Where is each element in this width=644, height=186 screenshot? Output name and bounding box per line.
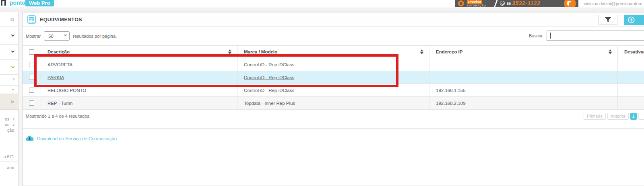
cell-marca-link[interactable]: Control iD - Rep iDClass	[237, 71, 429, 84]
app-logo-mark-icon	[1, 0, 7, 6]
cell-descricao-link[interactable]: PARKIA	[41, 71, 237, 84]
cell-ip	[429, 58, 617, 71]
row-checkbox[interactable]	[29, 100, 34, 106]
pagination-prev-button[interactable]: Anterior	[607, 113, 629, 120]
chevron-right-icon	[12, 78, 14, 80]
sidebar: le os os ção a 671 ário	[0, 12, 19, 186]
column-header-marca[interactable]: Marca / Modelo	[237, 46, 429, 58]
header-substrip	[0, 8, 644, 12]
text-cursor	[550, 33, 551, 39]
panel-titlebar: EQUIPAMENTOS	[23, 12, 644, 27]
select-all-checkbox[interactable]	[29, 49, 34, 55]
table-header-row: Descrição Marca / Modelo Endereço IP Des…	[23, 46, 644, 58]
column-header-ip[interactable]: Endereço IP	[429, 46, 617, 58]
promo-banner: Precisa AUTOMAÇÃO 66 3532-1122	[455, 0, 578, 7]
app-logo-text: ponto	[10, 0, 25, 6]
whatsapp-icon	[500, 1, 505, 6]
equipments-table: Descrição Marca / Modelo Endereço IP Des…	[23, 45, 644, 110]
sort-icon[interactable]	[420, 49, 423, 54]
banner-phone-number: 3532-1122	[512, 0, 540, 6]
pagination-first-button[interactable]: Primeiro	[584, 113, 606, 120]
sidebar-item-5[interactable]	[0, 86, 19, 93]
sort-icon[interactable]	[609, 49, 612, 54]
sidebar-item-8[interactable]: ção	[0, 127, 19, 133]
cell-descricao: RELOGIO PONTO	[41, 84, 237, 96]
equipment-grid-icon	[27, 15, 36, 24]
banner-divider	[493, 0, 498, 7]
table-row[interactable]: ARVORETA Control iD - Rep iDClass	[23, 58, 644, 71]
filter-button[interactable]	[599, 15, 617, 25]
cell-desativado	[617, 84, 644, 96]
sidebar-item-selected-label[interactable]: le	[0, 98, 19, 105]
cell-ip: 192.168.2.109	[429, 97, 617, 109]
chevron-down-icon	[11, 33, 14, 36]
column-header-desativado[interactable]: Desativado	[617, 46, 644, 58]
table-row[interactable]: RELOGIO PONTO Control iD - Rep iDClass 1…	[23, 84, 644, 97]
sidebar-item-radio[interactable]	[0, 15, 19, 23]
sidebar-item-2[interactable]	[0, 47, 19, 55]
add-equipment-button[interactable]	[624, 15, 644, 25]
banner-company-subtitle: AUTOMAÇÃO	[467, 4, 486, 7]
per-page-label: resultados por página.	[73, 34, 117, 39]
sidebar-item-4[interactable]	[0, 75, 19, 83]
cloud-download-icon	[26, 135, 34, 141]
chevron-down-icon	[12, 88, 14, 90]
cell-descricao: REP - Turim	[41, 97, 237, 109]
cell-ip	[429, 71, 617, 84]
table-controls: Mostrar 50 resultados por página. Buscar	[23, 27, 644, 45]
precisa-ring-logo-icon	[458, 0, 464, 6]
show-label: Mostrar	[26, 34, 41, 39]
download-service-label: Download do Serviço de Comunicação	[37, 136, 117, 141]
pagination-next-button[interactable]	[638, 113, 644, 120]
row-checkbox[interactable]	[29, 88, 34, 93]
chevron-right-icon	[12, 123, 14, 126]
panel-divider	[23, 128, 644, 129]
pagination-page-1-button[interactable]: 1	[630, 113, 637, 120]
sidebar-item-9[interactable]: a 671	[0, 153, 19, 160]
cell-marca: Control iD - Rep iDClass	[237, 58, 429, 71]
chevron-right-icon	[12, 117, 14, 120]
table-row[interactable]: REP - Turim Topdata - Inner Rep Plus 192…	[23, 97, 644, 110]
user-email: vinicius.dalzot@precisaautom	[584, 1, 642, 6]
chevron-down-green-icon	[11, 65, 14, 68]
precisa-p-logo-icon	[564, 0, 576, 7]
equipments-panel: EQUIPAMENTOS Mostrar 50 resultados por p…	[22, 12, 644, 186]
cell-desativado	[617, 97, 644, 109]
search-label: Buscar	[529, 33, 543, 38]
cell-ip: 192.168.1.155	[429, 84, 617, 96]
search-input[interactable]	[547, 31, 644, 41]
pagination: Primeiro Anterior 1	[584, 113, 644, 120]
table-row-hovered[interactable]: PARKIA Control iD - Rep iDClass	[23, 71, 644, 84]
row-checkbox[interactable]	[29, 75, 34, 80]
download-service-link[interactable]: Download do Serviço de Comunicação	[26, 135, 117, 141]
banner-company-name: Precisa	[467, 0, 482, 4]
cell-descricao: ARVORETA	[41, 58, 237, 71]
sidebar-item-10[interactable]: ário	[0, 164, 19, 171]
cell-marca: Topdata - Inner Rep Plus	[237, 97, 429, 109]
sort-icon[interactable]	[228, 49, 231, 54]
plus-circle-icon	[628, 16, 635, 23]
chevron-down-icon	[11, 49, 14, 52]
sidebar-item-3[interactable]	[0, 63, 19, 71]
results-summary: Mostrando 1 a 4 de 4 resultados.	[26, 114, 91, 119]
cell-marca: Control iD - Rep iDClass	[237, 84, 429, 96]
filter-funnel-icon	[605, 17, 611, 22]
app-logo-badge: Web Pro	[25, 0, 54, 6]
top-header-bar: ponto Web Pro Precisa AUTOMAÇÃO 66 3532-…	[0, 0, 644, 8]
cell-desativado	[617, 71, 644, 84]
cell-desativado	[617, 58, 644, 71]
page-title: EQUIPAMENTOS	[40, 17, 82, 22]
banner-phone-area-code: 66	[507, 2, 511, 6]
radio-circle-icon	[10, 18, 14, 21]
column-header-descricao[interactable]: Descrição	[41, 46, 237, 58]
sidebar-item-1[interactable]	[0, 31, 19, 39]
page-size-select[interactable]: 50	[44, 31, 70, 41]
row-checkbox[interactable]	[29, 62, 34, 67]
